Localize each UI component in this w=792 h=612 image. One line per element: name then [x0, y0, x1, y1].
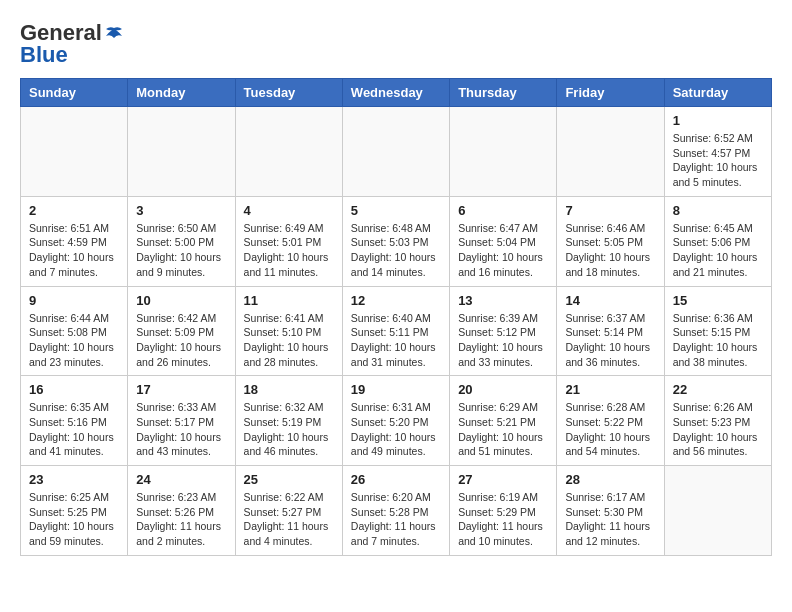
table-row: 12Sunrise: 6:40 AM Sunset: 5:11 PM Dayli… [342, 286, 449, 376]
day-info: Sunrise: 6:48 AM Sunset: 5:03 PM Dayligh… [351, 221, 441, 280]
col-thursday: Thursday [450, 79, 557, 107]
day-info: Sunrise: 6:20 AM Sunset: 5:28 PM Dayligh… [351, 490, 441, 549]
table-row: 7Sunrise: 6:46 AM Sunset: 5:05 PM Daylig… [557, 196, 664, 286]
day-number: 15 [673, 293, 763, 308]
table-row: 16Sunrise: 6:35 AM Sunset: 5:16 PM Dayli… [21, 376, 128, 466]
table-row: 28Sunrise: 6:17 AM Sunset: 5:30 PM Dayli… [557, 466, 664, 556]
day-number: 16 [29, 382, 119, 397]
day-number: 17 [136, 382, 226, 397]
day-info: Sunrise: 6:17 AM Sunset: 5:30 PM Dayligh… [565, 490, 655, 549]
day-info: Sunrise: 6:44 AM Sunset: 5:08 PM Dayligh… [29, 311, 119, 370]
day-info: Sunrise: 6:50 AM Sunset: 5:00 PM Dayligh… [136, 221, 226, 280]
day-number: 21 [565, 382, 655, 397]
calendar-week-row: 16Sunrise: 6:35 AM Sunset: 5:16 PM Dayli… [21, 376, 772, 466]
table-row: 14Sunrise: 6:37 AM Sunset: 5:14 PM Dayli… [557, 286, 664, 376]
table-row [21, 107, 128, 197]
calendar-header-row: Sunday Monday Tuesday Wednesday Thursday… [21, 79, 772, 107]
table-row: 11Sunrise: 6:41 AM Sunset: 5:10 PM Dayli… [235, 286, 342, 376]
table-row: 25Sunrise: 6:22 AM Sunset: 5:27 PM Dayli… [235, 466, 342, 556]
day-info: Sunrise: 6:25 AM Sunset: 5:25 PM Dayligh… [29, 490, 119, 549]
day-number: 10 [136, 293, 226, 308]
logo-bird-icon [104, 26, 124, 40]
day-info: Sunrise: 6:42 AM Sunset: 5:09 PM Dayligh… [136, 311, 226, 370]
day-info: Sunrise: 6:49 AM Sunset: 5:01 PM Dayligh… [244, 221, 334, 280]
table-row: 8Sunrise: 6:45 AM Sunset: 5:06 PM Daylig… [664, 196, 771, 286]
table-row: 19Sunrise: 6:31 AM Sunset: 5:20 PM Dayli… [342, 376, 449, 466]
day-number: 5 [351, 203, 441, 218]
calendar-week-row: 23Sunrise: 6:25 AM Sunset: 5:25 PM Dayli… [21, 466, 772, 556]
day-info: Sunrise: 6:23 AM Sunset: 5:26 PM Dayligh… [136, 490, 226, 549]
table-row: 3Sunrise: 6:50 AM Sunset: 5:00 PM Daylig… [128, 196, 235, 286]
day-info: Sunrise: 6:29 AM Sunset: 5:21 PM Dayligh… [458, 400, 548, 459]
day-info: Sunrise: 6:28 AM Sunset: 5:22 PM Dayligh… [565, 400, 655, 459]
day-number: 14 [565, 293, 655, 308]
day-number: 24 [136, 472, 226, 487]
day-info: Sunrise: 6:31 AM Sunset: 5:20 PM Dayligh… [351, 400, 441, 459]
table-row: 23Sunrise: 6:25 AM Sunset: 5:25 PM Dayli… [21, 466, 128, 556]
table-row [664, 466, 771, 556]
table-row: 20Sunrise: 6:29 AM Sunset: 5:21 PM Dayli… [450, 376, 557, 466]
day-info: Sunrise: 6:32 AM Sunset: 5:19 PM Dayligh… [244, 400, 334, 459]
table-row [128, 107, 235, 197]
day-number: 4 [244, 203, 334, 218]
table-row: 22Sunrise: 6:26 AM Sunset: 5:23 PM Dayli… [664, 376, 771, 466]
day-info: Sunrise: 6:35 AM Sunset: 5:16 PM Dayligh… [29, 400, 119, 459]
day-info: Sunrise: 6:51 AM Sunset: 4:59 PM Dayligh… [29, 221, 119, 280]
col-monday: Monday [128, 79, 235, 107]
table-row [235, 107, 342, 197]
day-number: 8 [673, 203, 763, 218]
day-number: 13 [458, 293, 548, 308]
day-number: 25 [244, 472, 334, 487]
day-number: 2 [29, 203, 119, 218]
day-info: Sunrise: 6:47 AM Sunset: 5:04 PM Dayligh… [458, 221, 548, 280]
day-info: Sunrise: 6:52 AM Sunset: 4:57 PM Dayligh… [673, 131, 763, 190]
table-row: 24Sunrise: 6:23 AM Sunset: 5:26 PM Dayli… [128, 466, 235, 556]
day-info: Sunrise: 6:26 AM Sunset: 5:23 PM Dayligh… [673, 400, 763, 459]
logo-blue: Blue [20, 42, 68, 68]
page-header: General Blue [20, 20, 772, 68]
table-row: 27Sunrise: 6:19 AM Sunset: 5:29 PM Dayli… [450, 466, 557, 556]
day-info: Sunrise: 6:37 AM Sunset: 5:14 PM Dayligh… [565, 311, 655, 370]
day-number: 6 [458, 203, 548, 218]
table-row [342, 107, 449, 197]
day-number: 22 [673, 382, 763, 397]
day-number: 28 [565, 472, 655, 487]
calendar-table: Sunday Monday Tuesday Wednesday Thursday… [20, 78, 772, 556]
col-wednesday: Wednesday [342, 79, 449, 107]
table-row: 15Sunrise: 6:36 AM Sunset: 5:15 PM Dayli… [664, 286, 771, 376]
day-number: 11 [244, 293, 334, 308]
day-number: 26 [351, 472, 441, 487]
calendar-week-row: 1Sunrise: 6:52 AM Sunset: 4:57 PM Daylig… [21, 107, 772, 197]
table-row: 18Sunrise: 6:32 AM Sunset: 5:19 PM Dayli… [235, 376, 342, 466]
table-row: 10Sunrise: 6:42 AM Sunset: 5:09 PM Dayli… [128, 286, 235, 376]
col-sunday: Sunday [21, 79, 128, 107]
calendar-week-row: 2Sunrise: 6:51 AM Sunset: 4:59 PM Daylig… [21, 196, 772, 286]
col-tuesday: Tuesday [235, 79, 342, 107]
day-info: Sunrise: 6:40 AM Sunset: 5:11 PM Dayligh… [351, 311, 441, 370]
day-number: 7 [565, 203, 655, 218]
table-row [557, 107, 664, 197]
day-info: Sunrise: 6:45 AM Sunset: 5:06 PM Dayligh… [673, 221, 763, 280]
table-row: 17Sunrise: 6:33 AM Sunset: 5:17 PM Dayli… [128, 376, 235, 466]
day-number: 1 [673, 113, 763, 128]
calendar-week-row: 9Sunrise: 6:44 AM Sunset: 5:08 PM Daylig… [21, 286, 772, 376]
day-number: 20 [458, 382, 548, 397]
table-row: 1Sunrise: 6:52 AM Sunset: 4:57 PM Daylig… [664, 107, 771, 197]
day-info: Sunrise: 6:46 AM Sunset: 5:05 PM Dayligh… [565, 221, 655, 280]
day-number: 3 [136, 203, 226, 218]
day-number: 27 [458, 472, 548, 487]
day-info: Sunrise: 6:39 AM Sunset: 5:12 PM Dayligh… [458, 311, 548, 370]
logo: General Blue [20, 20, 126, 68]
day-number: 18 [244, 382, 334, 397]
day-number: 19 [351, 382, 441, 397]
table-row: 2Sunrise: 6:51 AM Sunset: 4:59 PM Daylig… [21, 196, 128, 286]
table-row: 5Sunrise: 6:48 AM Sunset: 5:03 PM Daylig… [342, 196, 449, 286]
day-number: 12 [351, 293, 441, 308]
table-row: 6Sunrise: 6:47 AM Sunset: 5:04 PM Daylig… [450, 196, 557, 286]
day-info: Sunrise: 6:33 AM Sunset: 5:17 PM Dayligh… [136, 400, 226, 459]
table-row: 13Sunrise: 6:39 AM Sunset: 5:12 PM Dayli… [450, 286, 557, 376]
table-row: 4Sunrise: 6:49 AM Sunset: 5:01 PM Daylig… [235, 196, 342, 286]
day-number: 9 [29, 293, 119, 308]
table-row: 26Sunrise: 6:20 AM Sunset: 5:28 PM Dayli… [342, 466, 449, 556]
col-friday: Friday [557, 79, 664, 107]
